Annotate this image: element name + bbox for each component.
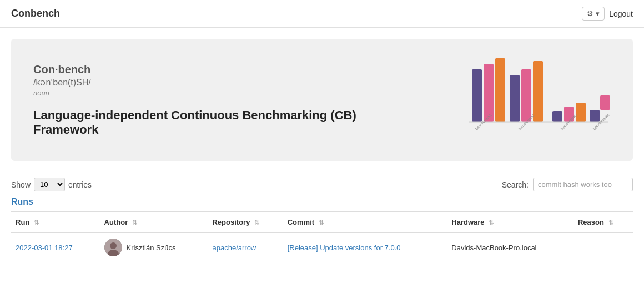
navbar-right: ⚙ ▾ Logout — [582, 7, 633, 21]
search-input[interactable] — [533, 178, 633, 191]
hero-pos: noun — [33, 89, 366, 97]
entries-label: entries — [68, 180, 92, 189]
cell-hardware: Davids-MacBook-Pro.local — [447, 232, 573, 262]
hero-phonetic: /kənˈben(t)SH/ — [33, 77, 366, 88]
svg-point-17 — [110, 242, 117, 249]
section-title: Runs — [11, 197, 633, 207]
col-commit: Commit ⇅ — [283, 212, 447, 232]
commit-link[interactable]: [Release] Update versions for 7.0.0 — [288, 244, 401, 252]
svg-rect-2 — [495, 58, 505, 122]
svg-rect-10 — [600, 95, 610, 110]
svg-rect-5 — [533, 61, 543, 122]
table-controls: Show 10 25 50 100 entries Search: — [0, 172, 644, 197]
hero-tagline: Language-independent Continuous Benchmar… — [33, 108, 366, 137]
cell-author: Krisztián Szűcs — [100, 232, 208, 262]
svg-rect-8 — [576, 103, 586, 122]
entries-select[interactable]: 10 25 50 100 — [34, 178, 65, 191]
cell-repository: apache/arrow — [208, 232, 283, 262]
sort-icon-commit[interactable]: ⇅ — [319, 219, 324, 226]
run-link[interactable]: 2022-03-01 18:27 — [16, 244, 73, 252]
hero-chart: benchmark1 benchmark2 benchmark3 benchma… — [466, 55, 611, 144]
table-section: Runs Run ⇅ Author ⇅ Repository ⇅ Commit … — [0, 197, 644, 273]
sort-icon-author[interactable]: ⇅ — [132, 219, 137, 226]
col-run: Run ⇅ — [11, 212, 100, 232]
avatar — [104, 239, 122, 256]
sort-icon-repository[interactable]: ⇅ — [254, 219, 259, 226]
hero-word: Con·bench — [33, 63, 366, 76]
navbar: Conbench ⚙ ▾ Logout — [0, 0, 644, 28]
sort-icon-reason[interactable]: ⇅ — [608, 219, 613, 226]
search-area: Search: — [502, 178, 633, 191]
sort-icon-hardware[interactable]: ⇅ — [489, 219, 494, 226]
show-label: Show — [11, 180, 31, 189]
benchmark-chart: benchmark1 benchmark2 benchmark3 benchma… — [466, 55, 611, 144]
cell-run: 2022-03-01 18:27 — [11, 232, 100, 262]
search-label: Search: — [502, 180, 529, 189]
gear-icon: ⚙ — [587, 9, 593, 18]
cell-commit: [Release] Update versions for 7.0.0 — [283, 232, 447, 262]
sort-icon-run[interactable]: ⇅ — [34, 219, 39, 226]
author-cell: Krisztián Szűcs — [104, 239, 204, 256]
col-hardware: Hardware ⇅ — [447, 212, 573, 232]
col-reason: Reason ⇅ — [573, 212, 633, 232]
author-name: Krisztián Szűcs — [127, 244, 176, 252]
cell-reason — [573, 232, 633, 262]
svg-rect-0 — [472, 69, 482, 122]
col-repository: Repository ⇅ — [208, 212, 283, 232]
runs-table: Run ⇅ Author ⇅ Repository ⇅ Commit ⇅ Har… — [11, 211, 633, 262]
logout-button[interactable]: Logout — [609, 9, 633, 18]
gear-dropdown-arrow: ▾ — [596, 9, 600, 18]
svg-rect-6 — [552, 111, 562, 122]
app-brand: Conbench — [11, 8, 60, 19]
table-row: 2022-03-01 18:27 Krisztián Szűcs — [11, 232, 633, 262]
col-author: Author ⇅ — [100, 212, 208, 232]
svg-rect-4 — [521, 69, 531, 122]
hero-text: Con·bench /kənˈben(t)SH/ noun Language-i… — [33, 63, 366, 137]
repository-link[interactable]: apache/arrow — [212, 244, 256, 252]
svg-rect-3 — [510, 75, 520, 122]
hero-section: Con·bench /kənˈben(t)SH/ noun Language-i… — [11, 39, 633, 161]
settings-button[interactable]: ⚙ ▾ — [582, 7, 605, 21]
table-header-row: Run ⇅ Author ⇅ Repository ⇅ Commit ⇅ Har… — [11, 212, 633, 232]
show-entries-control: Show 10 25 50 100 entries — [11, 178, 92, 191]
svg-rect-9 — [590, 110, 600, 122]
